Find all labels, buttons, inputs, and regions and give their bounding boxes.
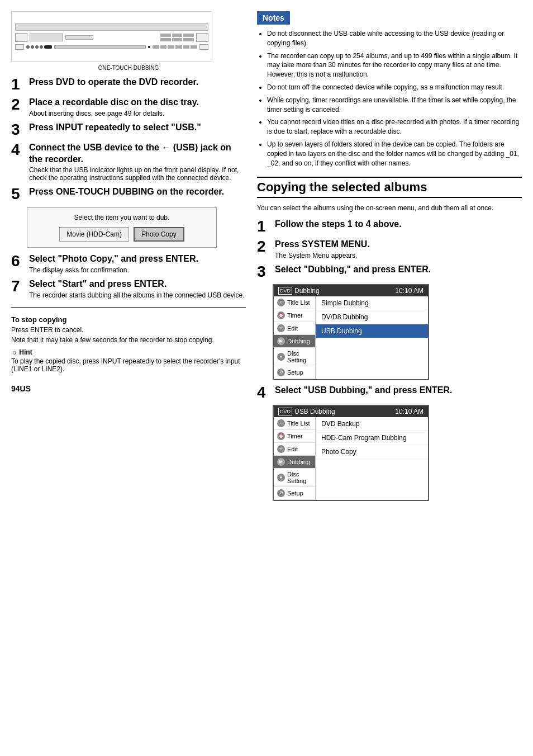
menu-sidebar-setup-2[interactable]: ⚙ Setup xyxy=(274,487,315,500)
dialog-btn-movie[interactable]: Movie (HDD-Cam) xyxy=(59,227,129,242)
step-2: 2 Place a recordable disc on the disc tr… xyxy=(11,97,246,117)
timer-label-2: Timer xyxy=(287,433,303,440)
device-illustration xyxy=(11,11,212,62)
right-step-4: 4 Select "USB Dubbing," and press ENTER. xyxy=(257,385,522,400)
note-3: Do not turn off the connected device whi… xyxy=(267,83,522,92)
edit-label-2: Edit xyxy=(287,446,298,452)
step-4-title: Connect the USB device to the ← (USB) ja… xyxy=(29,142,246,166)
menu-sidebar-edit-2[interactable]: ✏ Edit xyxy=(274,443,315,456)
menu-sidebar-disc-2[interactable]: ● Disc Setting xyxy=(274,469,315,487)
dvd-logo-1: DVD xyxy=(278,287,292,295)
right-step-2-num: 2 xyxy=(257,239,273,254)
stop-copying-line2: Note that it may take a few seconds for … xyxy=(11,336,246,344)
menu-usb-sidebar: T Title List ⏰ Timer ✏ Edit ▶ Dubbing xyxy=(274,417,316,500)
right-step-4-content: Select "USB Dubbing," and press ENTER. xyxy=(275,385,522,396)
device-controls xyxy=(26,45,52,49)
step-2-title: Place a recordable disc on the disc tray… xyxy=(29,97,246,108)
menu-item-simple-dubbing[interactable]: Simple Dubbing xyxy=(316,296,428,310)
menu-sidebar-setup-1[interactable]: ⚙ Setup xyxy=(274,366,315,379)
hint-icon: ☼ xyxy=(11,348,17,356)
step-3-title: Press INPUT repeatedly to select "USB." xyxy=(29,122,246,134)
hint-section: ☼ Hint To play the copied disc, press IN… xyxy=(11,348,246,373)
menu-sidebar-title-list-1[interactable]: T Title List xyxy=(274,296,315,309)
dialog-btn-photo-copy[interactable]: Photo Copy xyxy=(134,227,184,242)
hint-icon-title: ☼ Hint xyxy=(11,348,246,356)
device-top-bar xyxy=(15,23,208,31)
menu-dubbing-title: Dubbing xyxy=(294,287,320,295)
right-step-1-num: 1 xyxy=(257,219,273,234)
menu-item-photo-copy[interactable]: Photo Copy xyxy=(316,445,428,459)
step-4-content: Connect the USB device to the ← (USB) ja… xyxy=(29,142,246,182)
right-step-1-title: Follow the steps 1 to 4 above. xyxy=(275,219,522,230)
stop-copying-line1: Press ENTER to cancel. xyxy=(11,326,246,334)
menu-dubbing-content: Simple Dubbing DV/D8 Dubbing USB Dubbing xyxy=(316,296,428,379)
step-6-content: Select "Photo Copy," and press ENTER. Th… xyxy=(29,253,246,274)
menu-item-dvd8-dubbing[interactable]: DV/D8 Dubbing xyxy=(316,310,428,324)
step-1: 1 Press DVD to operate the DVD recorder. xyxy=(11,77,246,92)
note-1: Do not disconnect the USB cable while ac… xyxy=(267,29,522,48)
title-list-icon-1: T xyxy=(277,299,285,306)
timer-label-1: Timer xyxy=(287,312,303,319)
device-dot xyxy=(148,46,150,48)
setup-icon-2: ⚙ xyxy=(277,489,285,497)
right-step-2-title: Press SYSTEM MENU. xyxy=(275,239,522,251)
step-5-content: Press ONE-TOUCH DUBBING on the recorder. xyxy=(29,186,246,198)
menu-usb-title: USB Dubbing xyxy=(294,408,335,415)
device-grid2 xyxy=(153,45,197,49)
step-2-content: Place a recordable disc on the disc tray… xyxy=(29,97,246,117)
step-4-sub: Check that the USB indicator lights up o… xyxy=(29,166,246,182)
note-5: You cannot record video titles on a disc… xyxy=(267,117,522,136)
menu-usb-logo: DVD USB Dubbing xyxy=(278,408,335,415)
disc-icon-1: ● xyxy=(277,353,285,361)
step-2-sub: About inserting discs, see page 49 for d… xyxy=(29,110,246,117)
hint-title-text: Hint xyxy=(19,348,32,356)
disc-label-2: Disc Setting xyxy=(287,471,312,484)
edit-label-1: Edit xyxy=(287,325,298,332)
menu-item-usb-dubbing[interactable]: USB Dubbing xyxy=(316,324,428,338)
dialog-box: Select the item you want to dub. Movie (… xyxy=(27,207,217,248)
menu-usb-time: 10:10 AM xyxy=(395,408,423,415)
dubbing-label-2: Dubbing xyxy=(287,459,310,465)
menu-item-hdd-cam[interactable]: HDD-Cam Program Dubbing xyxy=(316,431,428,445)
device-middle xyxy=(15,33,208,42)
device-label: ONE-TOUCH DUBBING xyxy=(11,65,246,71)
step-3-num: 3 xyxy=(11,122,27,138)
menu-dubbing: DVD Dubbing 10:10 AM T Title List ⏰ Time… xyxy=(273,284,429,380)
notes-label: Notes xyxy=(257,11,290,25)
edit-icon-1: ✏ xyxy=(277,324,285,332)
menu-sidebar-title-list-2[interactable]: T Title List xyxy=(274,417,315,430)
menu-dubbing-sidebar: T Title List ⏰ Timer ✏ Edit ▶ Dubbing xyxy=(274,296,316,379)
right-step-4-title: Select "USB Dubbing," and press ENTER. xyxy=(275,385,522,396)
menu-sidebar-dubbing-1[interactable]: ▶ Dubbing xyxy=(274,335,315,348)
menu-sidebar-edit-1[interactable]: ✏ Edit xyxy=(274,322,315,335)
menu-sidebar-dubbing-2[interactable]: ▶ Dubbing xyxy=(274,456,315,469)
timer-icon-2: ⏰ xyxy=(277,432,285,440)
menu-dubbing-body: T Title List ⏰ Timer ✏ Edit ▶ Dubbing xyxy=(274,296,428,379)
title-list-icon-2: T xyxy=(277,419,285,427)
right-step-1-content: Follow the steps 1 to 4 above. xyxy=(275,219,522,230)
title-list-label-1: Title List xyxy=(287,299,310,306)
right-step-2-content: Press SYSTEM MENU. The System Menu appea… xyxy=(275,239,522,259)
notes-list: Do not disconnect the USB cable while ac… xyxy=(257,29,522,168)
dubbing-icon-2: ▶ xyxy=(277,458,285,466)
device-square4 xyxy=(199,44,208,50)
menu-sidebar-disc-1[interactable]: ● Disc Setting xyxy=(274,348,315,366)
step-5-title: Press ONE-TOUCH DUBBING on the recorder. xyxy=(29,186,246,198)
dubbing-icon-1: ▶ xyxy=(277,337,285,345)
disc-label-1: Disc Setting xyxy=(287,350,312,363)
menu-item-dvd-backup[interactable]: DVD Backup xyxy=(316,417,428,431)
step-7-content: Select "Start" and press ENTER. The reco… xyxy=(29,278,246,299)
dubbing-label-1: Dubbing xyxy=(287,338,310,344)
device-progress-bar xyxy=(54,45,146,49)
menu-sidebar-timer-2[interactable]: ⏰ Timer xyxy=(274,430,315,443)
menu-sidebar-timer-1[interactable]: ⏰ Timer xyxy=(274,309,315,322)
setup-icon-1: ⚙ xyxy=(277,368,285,376)
device-square1 xyxy=(15,33,27,42)
step-7-num: 7 xyxy=(11,278,27,294)
menu-usb-body: T Title List ⏰ Timer ✏ Edit ▶ Dubbing xyxy=(274,417,428,500)
menu-usb-content: DVD Backup HDD-Cam Program Dubbing Photo… xyxy=(316,417,428,500)
right-step-4-num: 4 xyxy=(257,385,273,400)
device-square2 xyxy=(196,33,208,42)
step-1-num: 1 xyxy=(11,77,27,92)
right-step-3-content: Select "Dubbing," and press ENTER. xyxy=(275,264,522,276)
